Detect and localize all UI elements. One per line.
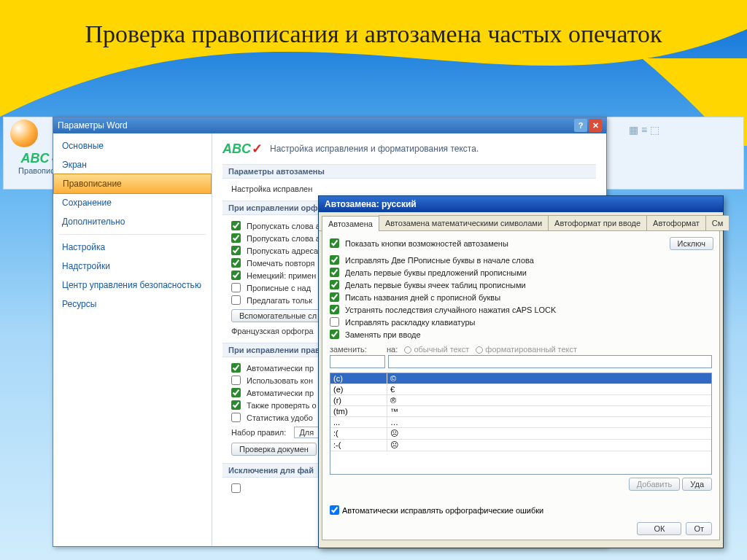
spell-opt-5[interactable] — [231, 283, 241, 292]
with-input[interactable] — [388, 355, 712, 368]
autocorrect-desc: Настройка исправлен — [222, 183, 596, 195]
exc-opt-0[interactable] — [231, 483, 241, 493]
tab-autocorrect[interactable]: Автозамена — [322, 216, 379, 231]
arrange-icon: ⬚ — [650, 124, 659, 136]
ac-opt-4[interactable] — [330, 292, 339, 302]
ac-opt-6[interactable] — [330, 317, 339, 327]
cat-advanced[interactable]: Дополнительно — [53, 212, 212, 231]
autocorrect-dialog: Автозамена: русский Автозамена Автозамен… — [318, 195, 724, 548]
ac-opt-7[interactable] — [330, 330, 339, 339]
gram-opt-3[interactable] — [231, 400, 241, 410]
gram-opt-2[interactable] — [231, 388, 241, 397]
auto-fix-spelling[interactable] — [330, 505, 339, 515]
cat-resources[interactable]: Ресурсы — [53, 295, 212, 314]
list-row: (tm)™ — [330, 406, 711, 417]
office-button[interactable] — [10, 120, 38, 147]
cancel-button[interactable]: От — [686, 522, 712, 535]
list-row: ...… — [330, 417, 711, 428]
radio-formatted[interactable] — [476, 346, 483, 354]
tab-math[interactable]: Автозамена математическими символами — [379, 215, 549, 230]
cat-proofing[interactable]: Правописание — [53, 174, 212, 194]
cat-save[interactable]: Сохранение — [53, 193, 212, 212]
options-header-text: Настройка исправления и форматирования т… — [270, 144, 479, 154]
word-options-titlebar[interactable]: Параметры Word ? ✕ — [53, 117, 606, 133]
with-label: на: — [387, 345, 398, 354]
spell-opt-1[interactable] — [231, 233, 241, 243]
list-row: (c)© — [330, 373, 711, 384]
spell-opt-3[interactable] — [231, 258, 241, 268]
cat-customize[interactable]: Настройка — [53, 238, 212, 257]
ok-button[interactable]: ОК — [637, 522, 681, 535]
tab-autoformat-type[interactable]: Автоформат при вводе — [548, 215, 647, 230]
aux-dicts-button[interactable]: Вспомогательные сл — [231, 309, 325, 322]
check-document-button[interactable]: Проверка докумен — [231, 443, 317, 456]
ac-opt-0[interactable] — [330, 238, 339, 248]
gram-opt-4[interactable] — [231, 413, 241, 422]
ac-opt-1[interactable] — [330, 255, 339, 265]
list-row: :(☹ — [330, 428, 711, 440]
list-row: (e)€ — [330, 384, 711, 395]
exceptions-button[interactable]: Исключ — [670, 237, 714, 250]
grid-icon: ▦ — [629, 124, 638, 136]
spell-opt-0[interactable] — [231, 221, 241, 230]
tab-smarttags[interactable]: См — [705, 215, 730, 230]
ac-opt-3[interactable] — [330, 280, 339, 289]
autocorrect-tabs: Автозамена Автозамена математическими си… — [319, 212, 723, 231]
align-icon: ≡ — [641, 124, 647, 136]
list-row: (r)® — [330, 395, 711, 406]
gram-opt-0[interactable] — [231, 363, 241, 373]
abc-check-icon: ABC — [222, 141, 263, 157]
autocorrect-title: Автозамена: русский — [325, 199, 417, 209]
ribbon-right-group: ▦ ≡ ⬚ — [629, 124, 738, 175]
spell-opt-4[interactable] — [231, 271, 241, 280]
radio-plain[interactable] — [404, 346, 411, 354]
cat-general[interactable]: Основные — [53, 136, 212, 155]
autocorrect-list[interactable]: (c)© (e)€ (r)® (tm)™ ...… :(☹ :-(☹ — [330, 373, 712, 475]
replace-input[interactable] — [330, 355, 385, 368]
add-button[interactable]: Добавить — [629, 478, 681, 491]
ac-opt-5[interactable] — [330, 305, 339, 314]
options-category-list: Основные Экран Правописание Сохранение Д… — [53, 133, 212, 546]
cat-trust[interactable]: Центр управления безопасностью — [53, 276, 212, 295]
ac-opt-2[interactable] — [330, 268, 339, 277]
spell-opt-2[interactable] — [231, 246, 241, 255]
spell-opt-6[interactable] — [231, 295, 241, 305]
delete-button[interactable]: Уда — [682, 478, 712, 491]
help-button[interactable]: ? — [574, 119, 587, 132]
autocorrect-titlebar[interactable]: Автозамена: русский — [319, 196, 723, 212]
cat-addins[interactable]: Надстройки — [53, 257, 212, 276]
gram-opt-1[interactable] — [231, 376, 241, 385]
cat-display[interactable]: Экран — [53, 155, 212, 174]
close-button[interactable]: ✕ — [589, 119, 602, 132]
autocorrect-pane: Исключ Показать кнопки возможностей авто… — [322, 231, 720, 540]
section-autocorrect: Параметры автозамены — [222, 164, 596, 179]
list-row: :-(☹ — [330, 440, 711, 451]
replace-label: заменить: — [330, 345, 387, 354]
tab-autoformat[interactable]: Автоформат — [646, 215, 706, 230]
slide-title: Проверка правописания и автозамена часты… — [0, 20, 747, 48]
dialog-title: Параметры Word — [58, 120, 573, 131]
